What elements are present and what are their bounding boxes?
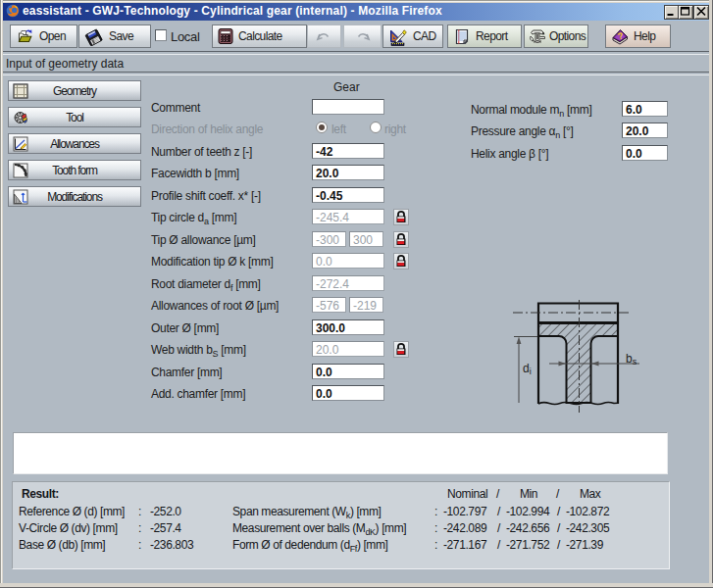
svg-text:di: di bbox=[523, 362, 532, 376]
svg-text:?: ? bbox=[617, 29, 625, 41]
svg-text:bs: bs bbox=[626, 352, 637, 367]
